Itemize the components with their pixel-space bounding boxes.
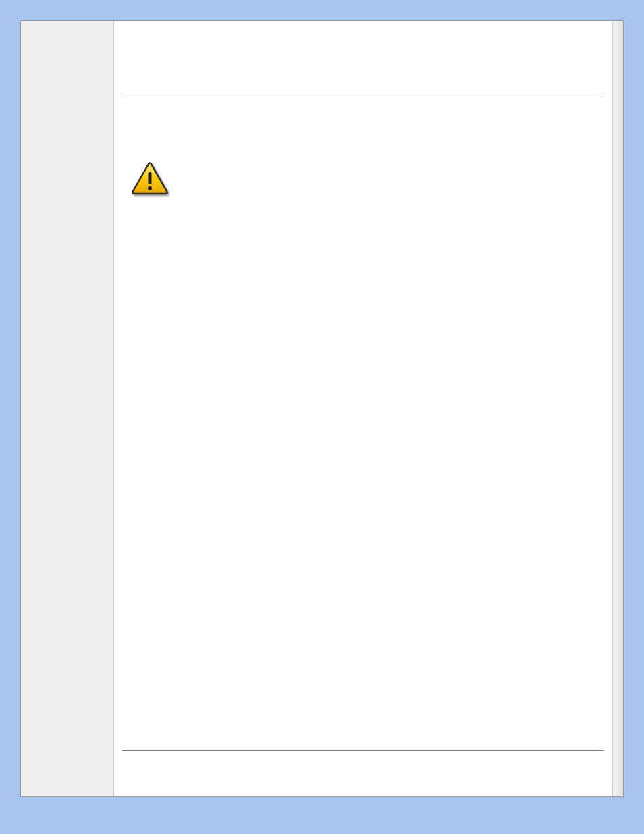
content-area [122,202,604,750]
main-content [114,21,612,796]
content-inner [114,21,612,796]
icon-section [122,97,604,202]
warning-icon [129,161,171,202]
scrollbar-track [613,21,623,796]
application-frame [20,20,624,797]
divider-bottom [122,750,604,751]
svg-point-1 [148,186,152,190]
svg-rect-0 [149,172,152,184]
vertical-scrollbar[interactable] [612,21,623,796]
sidebar [21,21,114,796]
top-spacer [122,29,604,97]
